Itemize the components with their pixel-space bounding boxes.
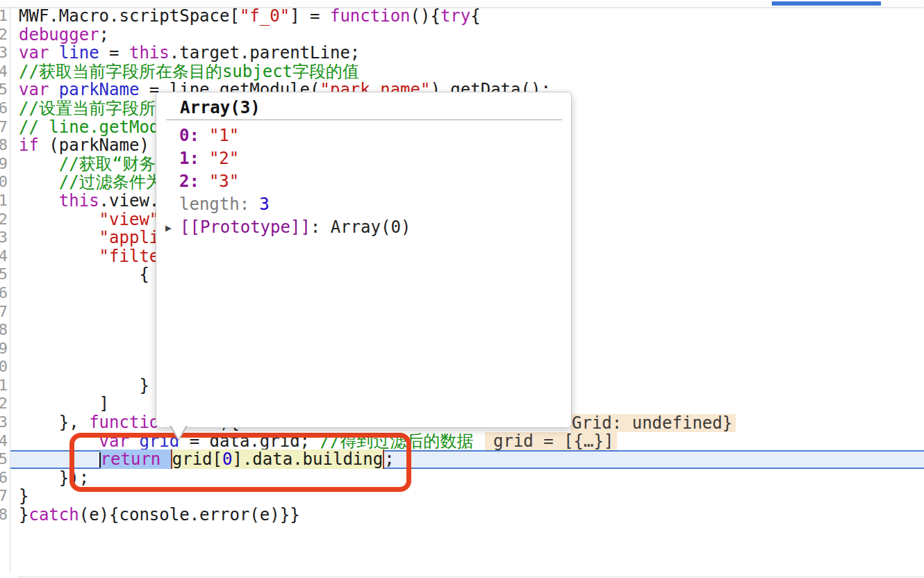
property-row: 0:"1" xyxy=(156,124,571,147)
line-number[interactable]: 28 xyxy=(0,506,10,525)
line-number[interactable]: 4 xyxy=(0,63,10,81)
property-key: 2: xyxy=(179,172,199,191)
code-token: (){ xyxy=(411,6,440,26)
devtools-sources-panel: 1234567891011121314151617181920212223242… xyxy=(0,0,924,578)
line-number[interactable]: 12 xyxy=(0,210,10,229)
bottom-divider xyxy=(17,577,924,577)
code-token: "f_0" xyxy=(240,6,290,26)
property-key: 0: xyxy=(179,126,199,145)
code-token: this xyxy=(129,43,170,63)
property-value: "2" xyxy=(209,149,239,168)
line-number[interactable]: 16 xyxy=(0,284,10,303)
code-token: ; xyxy=(99,25,109,44)
code-token: ] = xyxy=(290,6,330,26)
code-token: MWF.Macro.scriptSpace[ xyxy=(19,6,240,26)
code-line[interactable]: }catch(e){console.error(e)}} xyxy=(10,506,924,525)
property-key: 1: xyxy=(179,149,199,168)
line-number[interactable]: 8 xyxy=(0,136,10,155)
code-token: try xyxy=(440,6,470,26)
line-number[interactable]: 1 xyxy=(0,7,10,26)
code-token xyxy=(49,80,58,99)
code-token: line xyxy=(59,43,99,63)
popover-separator xyxy=(166,119,562,120)
line-number[interactable]: 22 xyxy=(0,395,10,413)
line-number[interactable]: 7 xyxy=(0,118,10,137)
popover-caret-notch xyxy=(171,425,186,439)
popover-rows: 0:"1"1:"2"2:"3"length:3▶[[Prototype]]: A… xyxy=(156,124,571,239)
inline-eval-hint: Grid: undefined} xyxy=(570,414,736,432)
line-number[interactable]: 26 xyxy=(0,469,10,488)
prototype-value: Array(0) xyxy=(331,217,411,237)
line-number[interactable]: 27 xyxy=(0,487,10,506)
code-token: { xyxy=(470,6,480,26)
code-token: //过滤条件为 xyxy=(59,172,163,192)
property-row: 1:"2" xyxy=(156,147,571,170)
inline-eval-hint: grid = [{…}] xyxy=(485,432,617,450)
code-token: = xyxy=(99,43,129,63)
line-number-gutter[interactable]: 1234567891011121314151617181920212223242… xyxy=(0,7,10,573)
property-row: length:3 xyxy=(156,193,571,216)
line-number[interactable]: 20 xyxy=(0,358,10,377)
active-tab-indicator[interactable] xyxy=(772,1,881,6)
code-token: var xyxy=(19,43,49,63)
expand-arrow-icon[interactable]: ▶ xyxy=(165,217,180,240)
code-token: }, xyxy=(19,413,89,432)
property-value: "1" xyxy=(209,126,239,145)
code-token xyxy=(19,191,59,210)
code-token: "view" xyxy=(99,210,160,229)
line-number[interactable]: 10 xyxy=(0,173,10,192)
code-line[interactable]: //获取当前字段所在条目的subject字段的值 xyxy=(10,63,924,81)
code-line[interactable]: var line = this.target.parentLine; xyxy=(10,44,924,63)
line-number[interactable]: 6 xyxy=(0,99,10,118)
code-token: //获取“财务 xyxy=(59,154,156,174)
line-number[interactable]: 3 xyxy=(0,44,10,63)
annotation-rectangle xyxy=(69,433,411,492)
code-token: } xyxy=(19,486,28,506)
code-token: // line.getModu xyxy=(19,117,170,137)
code-token: this xyxy=(59,191,99,210)
code-token: ] xyxy=(19,394,109,413)
code-token xyxy=(49,43,58,63)
line-number[interactable]: 23 xyxy=(0,413,10,432)
code-token: (parkName) { xyxy=(39,135,170,155)
code-token: .target.parentLine; xyxy=(170,43,361,63)
code-token: function xyxy=(330,6,411,26)
toolbar-bottom-edge xyxy=(0,0,924,7)
line-number[interactable]: 25 xyxy=(0,450,10,469)
code-token xyxy=(19,172,59,192)
code-token: { xyxy=(19,265,149,284)
code-token: //设置当前字段所 xyxy=(19,99,156,118)
property-value: 3 xyxy=(259,195,269,214)
line-number[interactable]: 11 xyxy=(0,192,10,210)
line-number[interactable]: 21 xyxy=(0,377,10,395)
code-token xyxy=(19,154,59,174)
line-number[interactable]: 18 xyxy=(0,321,10,340)
prototype-row: ▶[[Prototype]]: Array(0) xyxy=(156,216,571,239)
line-number[interactable]: 14 xyxy=(0,247,10,266)
code-token: catch xyxy=(28,505,79,525)
line-number[interactable]: 2 xyxy=(0,26,10,44)
code-token: debugger xyxy=(19,25,99,44)
code-line[interactable]: MWF.Macro.scriptSpace["f_0"] = function(… xyxy=(10,7,924,26)
code-token: if xyxy=(19,135,39,155)
code-token: //获取当前字段所在条目的subject字段的值 xyxy=(19,62,359,81)
popover-title: Array(3) xyxy=(156,92,571,117)
code-token xyxy=(19,210,99,229)
code-token: (e){console.error(e)}} xyxy=(79,505,300,525)
code-token: } xyxy=(19,376,149,395)
prototype-separator: : xyxy=(311,217,331,237)
property-row: 2:"3" xyxy=(156,170,571,193)
line-number[interactable]: 5 xyxy=(0,81,10,99)
line-number[interactable]: 17 xyxy=(0,303,10,322)
code-token: } xyxy=(19,505,28,525)
line-number[interactable]: 9 xyxy=(0,155,10,174)
prototype-key: [[Prototype]] xyxy=(180,217,311,237)
property-value: "3" xyxy=(209,172,239,191)
line-number[interactable]: 13 xyxy=(0,229,10,247)
property-key: length: xyxy=(179,195,249,214)
code-token: parkName xyxy=(59,80,140,99)
line-number[interactable]: 24 xyxy=(0,432,10,451)
line-number[interactable]: 15 xyxy=(0,265,10,284)
line-number[interactable]: 19 xyxy=(0,340,10,358)
code-line[interactable]: debugger; xyxy=(10,26,924,44)
